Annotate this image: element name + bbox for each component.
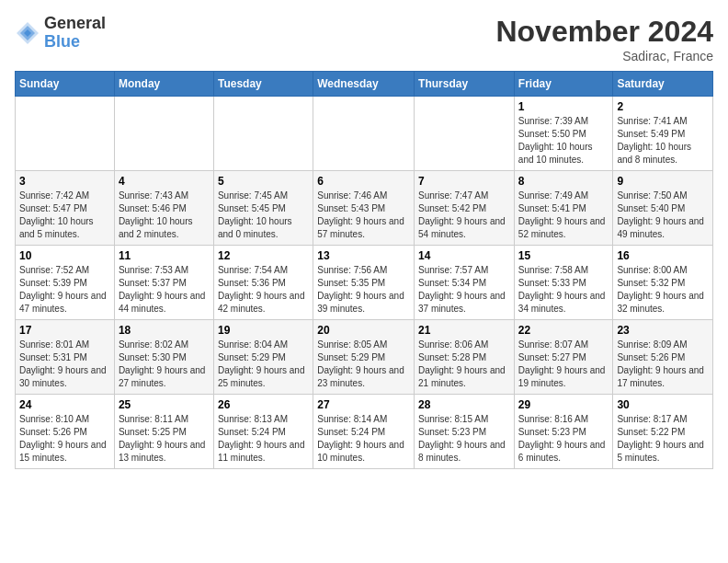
weekday-header: Wednesday bbox=[313, 72, 415, 97]
logo-blue: Blue bbox=[44, 33, 106, 52]
day-number: 4 bbox=[119, 175, 210, 188]
calendar-cell: 5Sunrise: 7:45 AM Sunset: 5:45 PM Daylig… bbox=[213, 171, 313, 246]
day-info: Sunrise: 8:09 AM Sunset: 5:26 PM Dayligh… bbox=[617, 339, 709, 390]
day-info: Sunrise: 7:42 AM Sunset: 5:47 PM Dayligh… bbox=[19, 190, 110, 241]
logo-general: General bbox=[44, 15, 106, 33]
day-number: 6 bbox=[317, 175, 410, 188]
calendar-cell: 3Sunrise: 7:42 AM Sunset: 5:47 PM Daylig… bbox=[16, 171, 115, 246]
calendar-cell: 10Sunrise: 7:52 AM Sunset: 5:39 PM Dayli… bbox=[16, 246, 115, 320]
location: Sadirac, France bbox=[495, 49, 713, 63]
day-info: Sunrise: 8:11 AM Sunset: 5:25 PM Dayligh… bbox=[119, 413, 210, 465]
day-number: 16 bbox=[617, 249, 709, 262]
calendar-cell bbox=[313, 97, 415, 171]
calendar-cell: 7Sunrise: 7:47 AM Sunset: 5:42 PM Daylig… bbox=[415, 171, 515, 246]
day-info: Sunrise: 7:52 AM Sunset: 5:39 PM Dayligh… bbox=[19, 264, 110, 316]
calendar-cell: 30Sunrise: 8:17 AM Sunset: 5:22 PM Dayli… bbox=[613, 395, 713, 469]
day-info: Sunrise: 8:10 AM Sunset: 5:26 PM Dayligh… bbox=[19, 413, 110, 465]
day-number: 19 bbox=[218, 324, 309, 337]
day-number: 1 bbox=[518, 100, 609, 113]
day-number: 13 bbox=[317, 249, 410, 262]
calendar-cell: 15Sunrise: 7:58 AM Sunset: 5:33 PM Dayli… bbox=[514, 246, 613, 320]
day-info: Sunrise: 8:04 AM Sunset: 5:29 PM Dayligh… bbox=[218, 339, 309, 390]
logo: General Blue bbox=[15, 15, 106, 52]
day-info: Sunrise: 8:16 AM Sunset: 5:23 PM Dayligh… bbox=[518, 413, 609, 465]
day-number: 7 bbox=[418, 175, 510, 188]
day-number: 3 bbox=[19, 175, 110, 188]
calendar-cell: 9Sunrise: 7:50 AM Sunset: 5:40 PM Daylig… bbox=[613, 171, 713, 246]
day-info: Sunrise: 8:17 AM Sunset: 5:22 PM Dayligh… bbox=[617, 413, 709, 465]
calendar-cell: 22Sunrise: 8:07 AM Sunset: 5:27 PM Dayli… bbox=[514, 320, 613, 395]
day-info: Sunrise: 7:50 AM Sunset: 5:40 PM Dayligh… bbox=[617, 190, 709, 241]
day-number: 22 bbox=[518, 324, 609, 337]
day-number: 26 bbox=[218, 398, 309, 411]
weekday-header: Saturday bbox=[613, 72, 713, 97]
calendar-week-row: 1Sunrise: 7:39 AM Sunset: 5:50 PM Daylig… bbox=[16, 97, 713, 171]
day-number: 2 bbox=[617, 100, 709, 113]
calendar-cell: 1Sunrise: 7:39 AM Sunset: 5:50 PM Daylig… bbox=[514, 97, 613, 171]
calendar-cell: 11Sunrise: 7:53 AM Sunset: 5:37 PM Dayli… bbox=[114, 246, 213, 320]
calendar-cell bbox=[213, 97, 313, 171]
calendar-cell bbox=[16, 97, 115, 171]
day-info: Sunrise: 7:39 AM Sunset: 5:50 PM Dayligh… bbox=[518, 115, 609, 167]
day-info: Sunrise: 7:56 AM Sunset: 5:35 PM Dayligh… bbox=[317, 264, 410, 316]
calendar-cell: 12Sunrise: 7:54 AM Sunset: 5:36 PM Dayli… bbox=[213, 246, 313, 320]
day-number: 9 bbox=[617, 175, 709, 188]
logo-icon bbox=[15, 20, 40, 46]
calendar-cell: 21Sunrise: 8:06 AM Sunset: 5:28 PM Dayli… bbox=[415, 320, 515, 395]
calendar-week-row: 17Sunrise: 8:01 AM Sunset: 5:31 PM Dayli… bbox=[16, 320, 713, 395]
day-info: Sunrise: 8:14 AM Sunset: 5:24 PM Dayligh… bbox=[317, 413, 410, 465]
day-number: 28 bbox=[418, 398, 510, 411]
month-title: November 2024 bbox=[495, 15, 713, 49]
day-number: 21 bbox=[418, 324, 510, 337]
day-number: 10 bbox=[19, 249, 110, 262]
day-info: Sunrise: 7:43 AM Sunset: 5:46 PM Dayligh… bbox=[119, 190, 210, 241]
calendar-cell: 18Sunrise: 8:02 AM Sunset: 5:30 PM Dayli… bbox=[114, 320, 213, 395]
day-info: Sunrise: 7:57 AM Sunset: 5:34 PM Dayligh… bbox=[418, 264, 510, 316]
calendar-cell: 6Sunrise: 7:46 AM Sunset: 5:43 PM Daylig… bbox=[313, 171, 415, 246]
day-number: 17 bbox=[19, 324, 110, 337]
page-header: General Blue November 2024 Sadirac, Fran… bbox=[15, 15, 713, 63]
day-number: 18 bbox=[119, 324, 210, 337]
day-info: Sunrise: 7:58 AM Sunset: 5:33 PM Dayligh… bbox=[518, 264, 609, 316]
day-info: Sunrise: 7:41 AM Sunset: 5:49 PM Dayligh… bbox=[617, 115, 709, 167]
day-number: 20 bbox=[317, 324, 410, 337]
day-info: Sunrise: 8:00 AM Sunset: 5:32 PM Dayligh… bbox=[617, 264, 709, 316]
day-info: Sunrise: 8:07 AM Sunset: 5:27 PM Dayligh… bbox=[518, 339, 609, 390]
day-number: 27 bbox=[317, 398, 410, 411]
logo-text: General Blue bbox=[44, 15, 106, 52]
calendar-cell: 17Sunrise: 8:01 AM Sunset: 5:31 PM Dayli… bbox=[16, 320, 115, 395]
calendar-cell bbox=[415, 97, 515, 171]
day-number: 30 bbox=[617, 398, 709, 411]
day-number: 25 bbox=[119, 398, 210, 411]
calendar-week-row: 24Sunrise: 8:10 AM Sunset: 5:26 PM Dayli… bbox=[16, 395, 713, 469]
calendar-cell: 23Sunrise: 8:09 AM Sunset: 5:26 PM Dayli… bbox=[613, 320, 713, 395]
weekday-header: Sunday bbox=[16, 72, 115, 97]
calendar-cell: 19Sunrise: 8:04 AM Sunset: 5:29 PM Dayli… bbox=[213, 320, 313, 395]
calendar-week-row: 10Sunrise: 7:52 AM Sunset: 5:39 PM Dayli… bbox=[16, 246, 713, 320]
calendar-cell: 2Sunrise: 7:41 AM Sunset: 5:49 PM Daylig… bbox=[613, 97, 713, 171]
day-number: 23 bbox=[617, 324, 709, 337]
day-number: 29 bbox=[518, 398, 609, 411]
day-info: Sunrise: 8:15 AM Sunset: 5:23 PM Dayligh… bbox=[418, 413, 510, 465]
weekday-header: Monday bbox=[114, 72, 213, 97]
calendar-header-row: SundayMondayTuesdayWednesdayThursdayFrid… bbox=[16, 72, 713, 97]
weekday-header: Tuesday bbox=[213, 72, 313, 97]
calendar-cell: 29Sunrise: 8:16 AM Sunset: 5:23 PM Dayli… bbox=[514, 395, 613, 469]
calendar-cell: 16Sunrise: 8:00 AM Sunset: 5:32 PM Dayli… bbox=[613, 246, 713, 320]
day-info: Sunrise: 7:54 AM Sunset: 5:36 PM Dayligh… bbox=[218, 264, 309, 316]
calendar-cell: 28Sunrise: 8:15 AM Sunset: 5:23 PM Dayli… bbox=[415, 395, 515, 469]
calendar: SundayMondayTuesdayWednesdayThursdayFrid… bbox=[15, 71, 713, 469]
day-info: Sunrise: 7:53 AM Sunset: 5:37 PM Dayligh… bbox=[119, 264, 210, 316]
day-info: Sunrise: 8:06 AM Sunset: 5:28 PM Dayligh… bbox=[418, 339, 510, 390]
calendar-cell: 13Sunrise: 7:56 AM Sunset: 5:35 PM Dayli… bbox=[313, 246, 415, 320]
day-info: Sunrise: 7:47 AM Sunset: 5:42 PM Dayligh… bbox=[418, 190, 510, 241]
day-number: 5 bbox=[218, 175, 309, 188]
day-number: 14 bbox=[418, 249, 510, 262]
day-number: 24 bbox=[19, 398, 110, 411]
day-info: Sunrise: 8:01 AM Sunset: 5:31 PM Dayligh… bbox=[19, 339, 110, 390]
calendar-cell: 14Sunrise: 7:57 AM Sunset: 5:34 PM Dayli… bbox=[415, 246, 515, 320]
day-info: Sunrise: 7:46 AM Sunset: 5:43 PM Dayligh… bbox=[317, 190, 410, 241]
day-info: Sunrise: 8:05 AM Sunset: 5:29 PM Dayligh… bbox=[317, 339, 410, 390]
calendar-cell: 25Sunrise: 8:11 AM Sunset: 5:25 PM Dayli… bbox=[114, 395, 213, 469]
calendar-cell: 20Sunrise: 8:05 AM Sunset: 5:29 PM Dayli… bbox=[313, 320, 415, 395]
